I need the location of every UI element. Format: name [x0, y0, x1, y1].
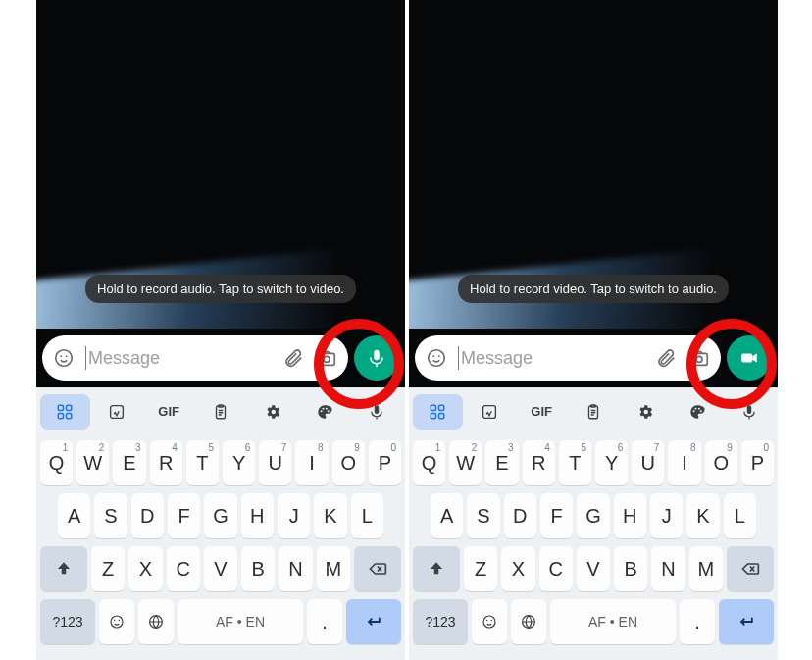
toolbar-sticker-icon[interactable] — [92, 394, 142, 430]
key-s[interactable]: S — [94, 493, 127, 538]
key-e[interactable]: E3 — [485, 440, 518, 485]
key-h[interactable]: H — [241, 493, 274, 538]
camera-icon[interactable] — [315, 346, 338, 370]
key-m[interactable]: M — [689, 546, 723, 591]
key-i[interactable]: I8 — [668, 440, 700, 485]
key-n[interactable]: N — [651, 546, 685, 591]
key-g[interactable]: G — [577, 493, 609, 538]
key-o[interactable]: O9 — [332, 440, 365, 485]
key-z[interactable]: Z — [464, 546, 497, 591]
key-r[interactable]: R4 — [150, 440, 182, 485]
key-w[interactable]: W2 — [76, 440, 109, 485]
period-key[interactable]: . — [680, 599, 715, 644]
key-t[interactable]: T5 — [186, 440, 219, 485]
globe-key[interactable] — [511, 599, 546, 644]
globe-key[interactable] — [138, 599, 174, 644]
key-m[interactable]: M — [317, 546, 350, 591]
shift-key[interactable] — [413, 546, 460, 591]
svg-rect-26 — [431, 405, 436, 410]
emoji-key[interactable] — [472, 599, 507, 644]
toolbar-mic-icon[interactable] — [351, 394, 401, 430]
toolbar-settings-icon[interactable] — [247, 394, 297, 430]
toolbar-mic-icon[interactable] — [724, 394, 774, 430]
enter-key[interactable] — [719, 599, 774, 644]
key-q[interactable]: Q1 — [413, 440, 445, 485]
key-h[interactable]: H — [614, 493, 646, 538]
key-p[interactable]: P0 — [369, 440, 401, 485]
svg-point-16 — [111, 616, 123, 628]
key-j[interactable]: J — [278, 493, 310, 538]
key-i[interactable]: I8 — [295, 440, 328, 485]
key-b[interactable]: B — [614, 546, 647, 591]
key-r[interactable]: R4 — [523, 440, 555, 485]
key-a[interactable]: A — [431, 493, 463, 538]
key-n[interactable]: N — [279, 546, 312, 591]
key-c[interactable]: C — [539, 546, 573, 591]
toolbar-clipboard-icon[interactable] — [569, 394, 619, 430]
key-o[interactable]: O9 — [705, 440, 737, 485]
shift-key[interactable] — [40, 546, 87, 591]
key-k[interactable]: K — [314, 493, 346, 538]
symbols-key[interactable]: ?123 — [40, 599, 95, 644]
key-k[interactable]: K — [686, 493, 719, 538]
key-s[interactable]: S — [467, 493, 499, 538]
key-x[interactable]: X — [501, 546, 534, 591]
key-c[interactable]: C — [167, 546, 200, 591]
key-j[interactable]: J — [650, 493, 683, 538]
message-input[interactable]: Message — [458, 346, 644, 370]
key-u[interactable]: U7 — [259, 440, 291, 485]
key-p[interactable]: P0 — [741, 440, 774, 485]
key-z[interactable]: Z — [91, 546, 125, 591]
toolbar-settings-icon[interactable] — [620, 394, 670, 430]
key-x[interactable]: X — [128, 546, 162, 591]
key-e[interactable]: E3 — [113, 440, 145, 485]
toolbar-grid-icon[interactable] — [40, 394, 90, 430]
key-d[interactable]: D — [504, 493, 536, 538]
key-q[interactable]: Q1 — [40, 440, 73, 485]
camera-icon[interactable] — [687, 346, 711, 370]
key-f[interactable]: F — [168, 493, 200, 538]
attachment-icon[interactable] — [654, 346, 678, 370]
message-input[interactable]: Message — [85, 346, 272, 370]
svg-point-20 — [429, 350, 445, 367]
spacebar-key[interactable]: AF • EN — [178, 599, 303, 644]
record-video-button[interactable] — [727, 335, 772, 381]
backspace-key[interactable] — [727, 546, 774, 591]
svg-point-12 — [320, 410, 322, 412]
key-v[interactable]: V — [577, 546, 610, 591]
period-key[interactable]: . — [307, 599, 342, 644]
toolbar-gif-label[interactable]: GIF — [517, 394, 567, 430]
backspace-key[interactable] — [354, 546, 401, 591]
key-w[interactable]: W2 — [449, 440, 482, 485]
key-t[interactable]: T5 — [559, 440, 591, 485]
key-u[interactable]: U7 — [632, 440, 664, 485]
toolbar-palette-icon[interactable] — [299, 394, 349, 430]
key-f[interactable]: F — [540, 493, 573, 538]
emoji-icon[interactable] — [425, 346, 448, 370]
key-y[interactable]: Y6 — [223, 440, 255, 485]
svg-point-0 — [56, 350, 73, 367]
keyboard-toolbar: GIF — [36, 387, 405, 434]
enter-key[interactable] — [346, 599, 401, 644]
svg-rect-27 — [439, 405, 444, 410]
toolbar-gif-label[interactable]: GIF — [144, 394, 194, 430]
key-g[interactable]: G — [204, 493, 236, 538]
attachment-icon[interactable] — [281, 346, 305, 370]
record-audio-button[interactable] — [354, 335, 399, 381]
key-l[interactable]: L — [724, 493, 756, 538]
emoji-key[interactable] — [99, 599, 134, 644]
keyboard-row-2: ASDFGHJKL — [413, 493, 774, 538]
emoji-icon[interactable] — [52, 346, 76, 370]
spacebar-key[interactable]: AF • EN — [550, 599, 676, 644]
key-v[interactable]: V — [204, 546, 237, 591]
toolbar-palette-icon[interactable] — [672, 394, 722, 430]
key-d[interactable]: D — [131, 493, 164, 538]
key-l[interactable]: L — [351, 493, 383, 538]
toolbar-sticker-icon[interactable] — [465, 394, 515, 430]
key-a[interactable]: A — [58, 493, 90, 538]
key-b[interactable]: B — [241, 546, 275, 591]
toolbar-clipboard-icon[interactable] — [196, 394, 246, 430]
key-y[interactable]: Y6 — [595, 440, 628, 485]
toolbar-grid-icon[interactable] — [413, 394, 463, 430]
symbols-key[interactable]: ?123 — [413, 599, 468, 644]
